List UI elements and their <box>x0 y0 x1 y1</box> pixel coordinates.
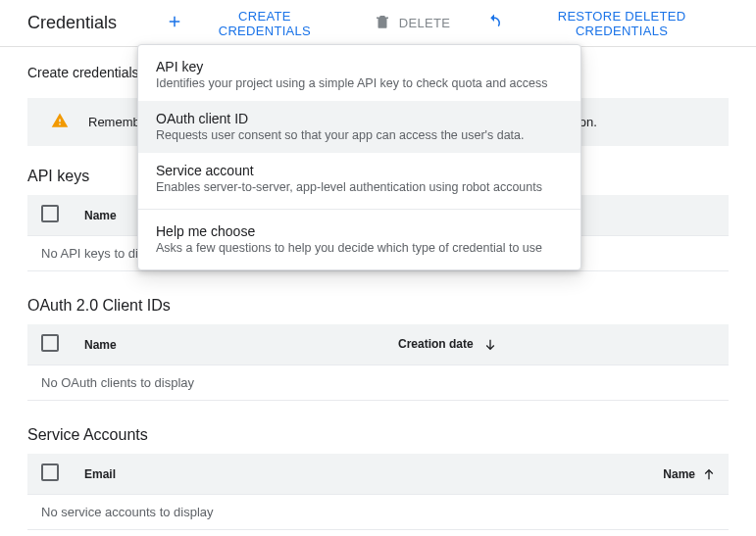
top-toolbar: Credentials Create Credentials Delete Re… <box>0 0 756 47</box>
section-heading-service-accounts: Service Accounts <box>27 426 729 444</box>
menu-item-title: Help me choose <box>156 223 563 239</box>
page-title: Credentials <box>27 13 117 33</box>
restore-label: Restore Deleted Credentials <box>511 9 732 38</box>
select-all-cell <box>27 324 73 365</box>
col-name-label[interactable]: Name <box>663 467 695 481</box>
restore-deleted-button[interactable]: Restore Deleted Credentials <box>481 3 736 44</box>
section-heading-oauth: OAuth 2.0 Client IDs <box>27 297 729 315</box>
create-credentials-menu: API key Identifies your project using a … <box>137 44 581 270</box>
select-all-checkbox[interactable] <box>41 205 59 222</box>
create-credentials-button[interactable]: Create Credentials <box>162 3 342 44</box>
col-creation-date-label: Creation date <box>398 337 474 351</box>
arrow-down-icon <box>482 337 498 353</box>
col-creation-date[interactable]: Creation date <box>386 324 729 365</box>
col-email[interactable]: Email Name <box>73 454 729 495</box>
main-content: Create credentials to access your enable… <box>0 47 756 536</box>
select-all-checkbox[interactable] <box>41 463 59 481</box>
menu-item-title: Service account <box>156 163 563 178</box>
select-all-cell <box>27 454 73 495</box>
service-accounts-empty: No service accounts to display <box>27 495 729 530</box>
delete-label: Delete <box>399 16 450 30</box>
arrow-up-icon <box>701 466 717 482</box>
menu-item-desc: Enables server-to-server, app-level auth… <box>156 180 563 194</box>
menu-item-desc: Requests user consent so that your app c… <box>156 128 563 142</box>
menu-item-title: OAuth client ID <box>156 111 563 126</box>
oauth-clients-table: Name Creation date No OAuth clients to d… <box>27 324 729 401</box>
menu-item-help-me-choose[interactable]: Help me choose Asks a few questions to h… <box>138 214 580 266</box>
plus-icon <box>166 13 183 33</box>
undo-icon <box>485 13 503 33</box>
menu-item-desc: Asks a few questions to help you decide … <box>156 241 563 255</box>
delete-button[interactable]: Delete <box>370 7 454 39</box>
menu-item-api-key[interactable]: API key Identifies your project using a … <box>138 49 580 101</box>
col-email-label: Email <box>84 467 116 481</box>
select-all-cell <box>27 195 73 236</box>
select-all-checkbox[interactable] <box>41 334 59 352</box>
menu-item-desc: Identifies your project using a simple A… <box>156 76 563 90</box>
menu-item-oauth-client-id[interactable]: OAuth client ID Requests user consent so… <box>138 101 580 153</box>
oauth-empty: No OAuth clients to display <box>27 365 729 401</box>
service-accounts-section: Service Accounts Email Name No service a… <box>27 426 729 530</box>
col-name[interactable]: Name <box>73 324 386 365</box>
trash-icon <box>374 13 391 33</box>
create-credentials-label: Create Credentials <box>191 9 338 38</box>
menu-item-title: API key <box>156 59 563 74</box>
warning-icon <box>51 112 69 132</box>
menu-item-service-account[interactable]: Service account Enables server-to-server… <box>138 153 580 205</box>
oauth-clients-section: OAuth 2.0 Client IDs Name Creation date … <box>27 297 729 401</box>
service-accounts-table: Email Name No service accounts to displa… <box>27 454 729 530</box>
menu-separator <box>138 209 580 210</box>
